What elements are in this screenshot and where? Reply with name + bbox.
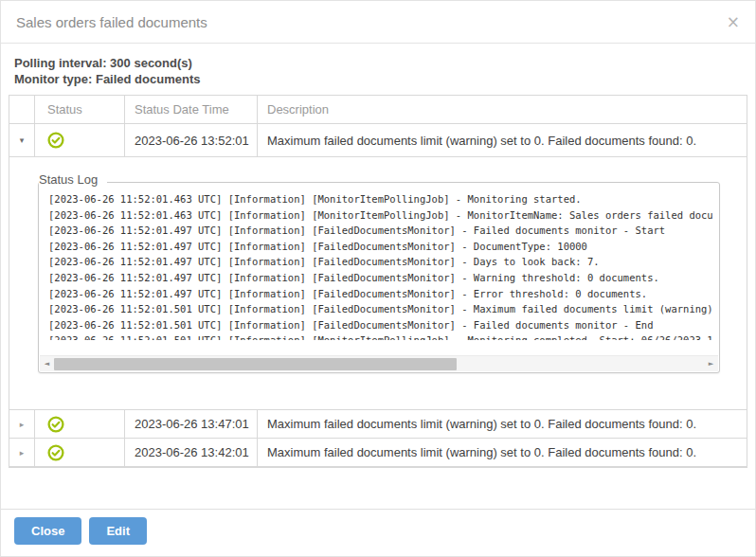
scroll-right-arrow-icon[interactable]: ► (704, 356, 718, 372)
status-history-table: Status Status Date Time Description ▾ 20… (9, 95, 747, 468)
description-cell: Maximum failed documents limit (warning)… (257, 124, 747, 156)
expand-row-icon[interactable]: ▸ (20, 448, 25, 458)
polling-interval-text: Polling interval: 300 second(s) (14, 55, 742, 71)
column-header-status-date-time: Status Date Time (124, 96, 257, 123)
status-date-time-cell: 2023-06-26 13:42:01 (124, 439, 257, 466)
expand-row-icon[interactable]: ▸ (20, 420, 25, 429)
column-header-description: Description (257, 96, 747, 123)
table-header-row: Status Status Date Time Description (9, 96, 747, 124)
dialog-title: Sales orders failed documents (16, 14, 207, 30)
success-check-icon (47, 444, 64, 461)
status-date-time-cell: 2023-06-26 13:47:01 (124, 410, 257, 438)
success-check-icon (47, 416, 64, 433)
monitor-info-block: Polling interval: 300 second(s) Monitor … (1, 44, 755, 93)
scroll-left-arrow-icon[interactable]: ◄ (40, 356, 54, 372)
status-log-viewport[interactable]: [2023-06-26 11:52:01.463 UTC] [Informati… (39, 183, 719, 340)
status-log-panel: Status Log [2023-06-26 11:52:01.463 UTC]… (38, 182, 720, 373)
close-button[interactable]: Close (14, 517, 81, 545)
column-header-status: Status (34, 96, 124, 123)
expand-column-header (9, 96, 34, 123)
collapse-row-icon[interactable]: ▾ (20, 135, 25, 145)
close-icon[interactable]: × (727, 14, 740, 30)
status-log-label: Status Log (39, 173, 107, 187)
dialog-header: Sales orders failed documents × (1, 1, 755, 44)
scrollbar-thumb[interactable] (54, 358, 457, 370)
status-log-text: [2023-06-26 11:52:01.463 UTC] [Informati… (48, 191, 710, 340)
success-check-icon (47, 132, 64, 149)
table-row[interactable]: ▸ 2023-06-26 13:42:01 Maximum failed doc… (9, 439, 747, 467)
status-date-time-cell: 2023-06-26 13:52:01 (124, 124, 257, 156)
table-row[interactable]: ▾ 2023-06-26 13:52:01 Maximum failed doc… (9, 124, 747, 157)
table-row[interactable]: ▸ 2023-06-26 13:47:01 Maximum failed doc… (9, 410, 747, 439)
description-cell: Maximum failed documents limit (warning)… (257, 439, 747, 466)
dialog-footer: Close Edit (1, 509, 755, 556)
scrollbar-track[interactable] (54, 358, 704, 370)
horizontal-scrollbar[interactable]: ◄ ► (40, 355, 718, 371)
description-cell: Maximum failed documents limit (warning)… (257, 410, 747, 438)
edit-button[interactable]: Edit (89, 517, 147, 545)
expanded-row-detail: Status Log [2023-06-26 11:52:01.463 UTC]… (9, 157, 747, 410)
monitor-type-text: Monitor type: Failed documents (14, 71, 742, 87)
sales-orders-failed-documents-dialog: Sales orders failed documents × Polling … (0, 0, 756, 557)
